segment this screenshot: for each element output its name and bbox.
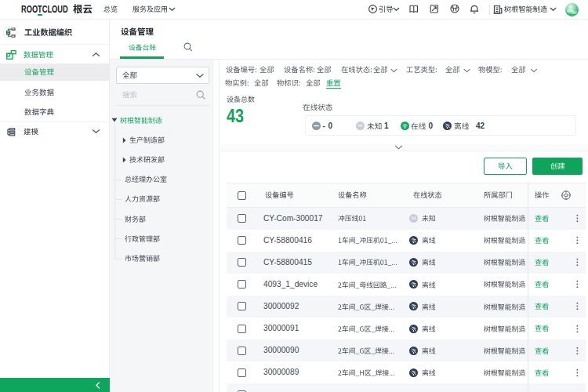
svg-text:NA: NA <box>411 216 416 220</box>
svg-text:NA: NA <box>358 124 363 128</box>
